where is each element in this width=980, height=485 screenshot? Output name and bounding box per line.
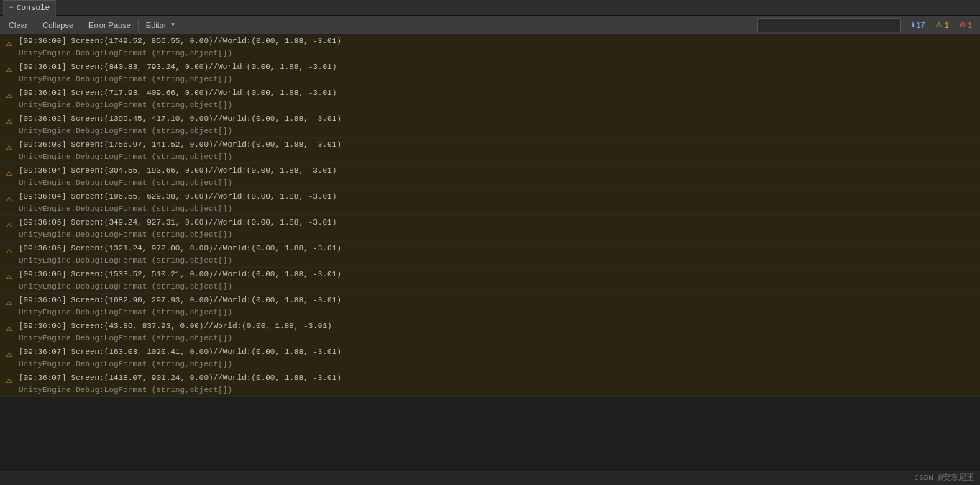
warning-icon: ⚠: [3, 37, 16, 50]
log-text: [09:36:04] Screen:(304.55, 193.66, 0.00)…: [19, 165, 977, 189]
log-line1: [09:36:07] Screen:(163.03, 1020.41, 0.00…: [19, 346, 977, 358]
console-toolbar: Clear Collapse Error Pause Editor ▼ ℹ 17…: [0, 16, 980, 35]
log-text: [09:36:06] Screen:(1533.52, 510.21, 0.00…: [19, 268, 977, 292]
warning-icon: ⚠: [3, 244, 16, 257]
log-line2: UnityEngine.Debug:LogFormat (string,obje…: [19, 151, 977, 163]
info-icon: ℹ: [912, 20, 915, 30]
separator-2: [81, 19, 81, 31]
table-row[interactable]: ⚠[09:36:06] Screen:(43.86, 837.93, 0.00)…: [0, 319, 980, 345]
log-line1: [09:36:05] Screen:(349.24, 927.31, 0.00)…: [19, 217, 977, 229]
log-line2: UnityEngine.Debug:LogFormat (string,obje…: [19, 229, 977, 241]
log-text: [09:36:06] Screen:(43.86, 837.93, 0.00)/…: [19, 320, 977, 344]
error-badge[interactable]: ⊘ 1: [956, 19, 976, 30]
table-row[interactable]: ⚠[09:36:06] Screen:(1533.52, 510.21, 0.0…: [0, 268, 980, 294]
warning-icon: ⚠: [3, 140, 16, 153]
log-line1: [09:36:05] Screen:(1321.24, 972.00, 0.00…: [19, 242, 977, 255]
bottom-credit: CSDN @安东尼王: [914, 472, 974, 483]
log-line2: UnityEngine.Debug:LogFormat (string,obje…: [19, 203, 977, 215]
warning-icon: ⚠: [3, 89, 16, 101]
log-line1: [09:36:02] Screen:(1399.45, 417.10, 0.00…: [19, 113, 977, 125]
info-badge[interactable]: ℹ 17: [908, 19, 929, 30]
warning-icon: ⚠: [3, 373, 16, 386]
tab-bar: ≡ Console: [0, 0, 980, 16]
log-text: [09:36:01] Screen:(840.83, 793.24, 0.00)…: [19, 61, 977, 85]
warning-icon: ⚠: [3, 348, 16, 361]
log-line1: [09:36:04] Screen:(196.55, 629.38, 0.00)…: [19, 191, 977, 203]
editor-dropdown-arrow: ▼: [170, 22, 176, 28]
table-row[interactable]: ⚠[09:36:03] Screen:(1756.97, 141.52, 0.0…: [0, 138, 980, 164]
editor-button[interactable]: Editor ▼: [142, 17, 180, 33]
warning-icon: ⚠: [3, 296, 16, 309]
warning-icon: ⚠: [3, 218, 16, 231]
log-line1: [09:36:03] Screen:(1756.97, 141.52, 0.00…: [19, 139, 977, 151]
collapse-label: Collapse: [42, 21, 73, 30]
log-line1: [09:36:06] Screen:(43.86, 837.93, 0.00)/…: [19, 320, 977, 332]
log-line1: [09:36:04] Screen:(304.55, 193.66, 0.00)…: [19, 165, 977, 177]
error-icon: ⊘: [959, 20, 966, 30]
log-text: [09:36:07] Screen:(1418.07, 901.24, 0.00…: [19, 372, 977, 396]
log-line1: [09:36:01] Screen:(840.83, 793.24, 0.00)…: [19, 61, 977, 73]
table-row[interactable]: ⚠[09:36:04] Screen:(196.55, 629.38, 0.00…: [0, 190, 980, 216]
table-row[interactable]: ⚠[09:36:02] Screen:(717.93, 409.66, 0.00…: [0, 86, 980, 112]
separator-1: [35, 19, 35, 31]
table-row[interactable]: ⚠[09:36:00] Screen:(1749.52, 856.55, 0.0…: [0, 35, 980, 60]
log-line1: [09:36:06] Screen:(1533.52, 510.21, 0.00…: [19, 268, 977, 281]
warning-icon: ⚠: [3, 166, 16, 179]
log-text: [09:36:00] Screen:(1749.52, 856.55, 0.00…: [19, 35, 977, 59]
log-text: [09:36:06] Screen:(1082.90, 297.93, 0.00…: [19, 294, 977, 318]
console-tab[interactable]: ≡ Console: [3, 0, 56, 16]
console-log-body[interactable]: ⚠[09:36:00] Screen:(1749.52, 856.55, 0.0…: [0, 35, 980, 469]
warning-icon: ⚠: [3, 63, 16, 76]
log-text: [09:36:02] Screen:(717.93, 409.66, 0.00)…: [19, 87, 977, 111]
console-tab-icon: ≡: [9, 4, 14, 12]
log-line2: UnityEngine.Debug:LogFormat (string,obje…: [19, 281, 977, 293]
collapse-button[interactable]: Collapse: [38, 17, 78, 33]
separator-3: [138, 19, 139, 31]
log-text: [09:36:02] Screen:(1399.45, 417.10, 0.00…: [19, 113, 977, 137]
log-text: [09:36:04] Screen:(196.55, 629.38, 0.00)…: [19, 191, 977, 214]
log-line2: UnityEngine.Debug:LogFormat (string,obje…: [19, 358, 977, 371]
bottom-bar: CSDN @安东尼王: [0, 469, 980, 485]
warn-icon: ⚠: [935, 20, 943, 30]
table-row[interactable]: ⚠[09:36:07] Screen:(1418.07, 901.24, 0.0…: [0, 371, 980, 397]
error-pause-button[interactable]: Error Pause: [84, 17, 135, 33]
log-line2: UnityEngine.Debug:LogFormat (string,obje…: [19, 332, 977, 345]
log-line2: UnityEngine.Debug:LogFormat (string,obje…: [19, 125, 977, 137]
table-row[interactable]: ⚠[09:36:05] Screen:(349.24, 927.31, 0.00…: [0, 216, 980, 242]
clear-button[interactable]: Clear: [4, 17, 32, 33]
error-count: 1: [968, 21, 972, 30]
log-line1: [09:36:00] Screen:(1749.52, 856.55, 0.00…: [19, 35, 977, 47]
warning-icon: ⚠: [3, 114, 16, 127]
log-line2: UnityEngine.Debug:LogFormat (string,obje…: [19, 384, 977, 396]
info-count: 17: [917, 21, 925, 30]
log-text: [09:36:05] Screen:(1321.24, 972.00, 0.00…: [19, 242, 977, 266]
console-tab-label: Console: [17, 4, 50, 12]
log-line2: UnityEngine.Debug:LogFormat (string,obje…: [19, 255, 977, 267]
warning-icon: ⚠: [3, 322, 16, 335]
log-text: [09:36:03] Screen:(1756.97, 141.52, 0.00…: [19, 139, 977, 163]
editor-label: Editor: [146, 21, 167, 30]
log-line2: UnityEngine.Debug:LogFormat (string,obje…: [19, 307, 977, 319]
warning-icon: ⚠: [3, 192, 16, 205]
table-row[interactable]: ⚠[09:36:02] Screen:(1399.45, 417.10, 0.0…: [0, 112, 980, 138]
badge-group: ℹ 17 ⚠ 1 ⊘ 1: [908, 19, 976, 30]
warn-count: 1: [945, 21, 949, 30]
search-input[interactable]: [757, 18, 901, 32]
log-line2: UnityEngine.Debug:LogFormat (string,obje…: [19, 99, 977, 112]
table-row[interactable]: ⚠[09:36:06] Screen:(1082.90, 297.93, 0.0…: [0, 294, 980, 319]
warn-badge[interactable]: ⚠ 1: [932, 19, 953, 30]
log-line2: UnityEngine.Debug:LogFormat (string,obje…: [19, 47, 977, 60]
log-text: [09:36:05] Screen:(349.24, 927.31, 0.00)…: [19, 217, 977, 240]
log-line2: UnityEngine.Debug:LogFormat (string,obje…: [19, 177, 977, 189]
log-text: [09:36:07] Screen:(163.03, 1020.41, 0.00…: [19, 346, 977, 370]
log-line2: UnityEngine.Debug:LogFormat (string,obje…: [19, 73, 977, 86]
log-line1: [09:36:06] Screen:(1082.90, 297.93, 0.00…: [19, 294, 977, 307]
log-line1: [09:36:07] Screen:(1418.07, 901.24, 0.00…: [19, 372, 977, 384]
table-row[interactable]: ⚠[09:36:01] Screen:(840.83, 793.24, 0.00…: [0, 60, 980, 86]
log-line1: [09:36:02] Screen:(717.93, 409.66, 0.00)…: [19, 87, 977, 99]
table-row[interactable]: ⚠[09:36:04] Screen:(304.55, 193.66, 0.00…: [0, 164, 980, 190]
warning-icon: ⚠: [3, 270, 16, 283]
table-row[interactable]: ⚠[09:36:05] Screen:(1321.24, 972.00, 0.0…: [0, 242, 980, 268]
table-row[interactable]: ⚠[09:36:07] Screen:(163.03, 1020.41, 0.0…: [0, 345, 980, 371]
